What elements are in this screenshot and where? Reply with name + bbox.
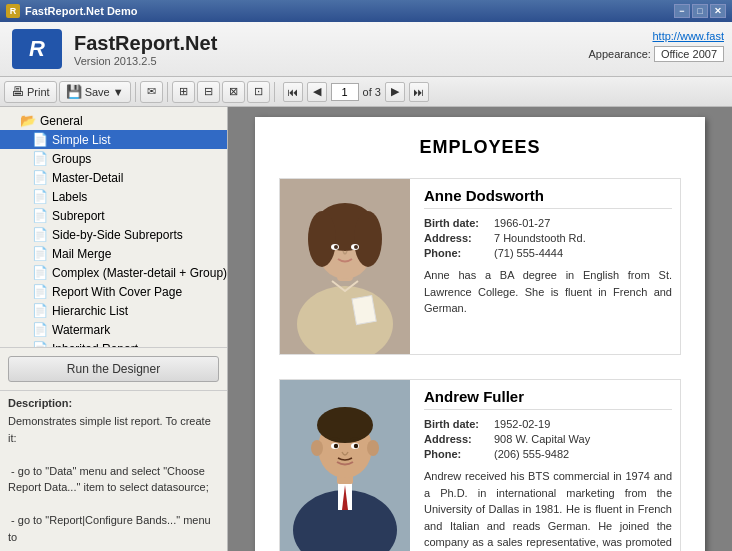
run-button-area: Run the Designer	[0, 347, 227, 390]
sidebar-item-label: Complex (Master-detail + Group)	[52, 266, 227, 280]
print-icon: 🖶	[11, 84, 24, 99]
print-button[interactable]: 🖶 Print	[4, 81, 57, 103]
doc-icon-9: 📄	[32, 284, 48, 299]
phone-value-2: (206) 555-9482	[494, 448, 569, 460]
report-content: EMPLOYEES	[228, 107, 732, 551]
svg-point-10	[354, 245, 358, 249]
svg-point-24	[354, 444, 358, 448]
employee-record-1: Anne Dodsworth Birth date: 1966-01-27 Ad…	[279, 178, 681, 355]
employee-photo-2	[280, 380, 410, 551]
toolbar-separator-1	[135, 82, 136, 102]
toolbar-separator-3	[274, 82, 275, 102]
sidebar-item-label: Groups	[52, 152, 91, 166]
last-page-button[interactable]: ⏭	[409, 82, 429, 102]
sidebar-item-sidebyside[interactable]: 📄 Side-by-Side Subreports	[0, 225, 227, 244]
main-layout: 📂 General 📄 Simple List 📄 Groups 📄 Maste…	[0, 107, 732, 551]
sidebar-item-cover[interactable]: 📄 Report With Cover Page	[0, 282, 227, 301]
sidebar-item-label: Watermark	[52, 323, 110, 337]
report-page: EMPLOYEES	[255, 117, 705, 551]
print-label: Print	[27, 86, 50, 98]
doc-icon-4: 📄	[32, 189, 48, 204]
sidebar-item-label: Hierarchic List	[52, 304, 128, 318]
sidebar-general-label: General	[40, 114, 83, 128]
sidebar-item-label: Report With Cover Page	[52, 285, 182, 299]
prev-page-button[interactable]: ◀	[307, 82, 327, 102]
sidebar-item-label: Subreport	[52, 209, 105, 223]
birthdate-label-2: Birth date:	[424, 418, 494, 430]
window-controls: − □ ✕	[674, 4, 726, 18]
email-button[interactable]: ✉	[140, 81, 163, 103]
appearance-row: Appearance: Office 2007	[588, 46, 724, 62]
sidebar-item-label: Simple List	[52, 133, 111, 147]
phone-label-1: Phone:	[424, 247, 494, 259]
icon3: ⊞	[179, 85, 188, 98]
doc-icon-7: 📄	[32, 246, 48, 261]
emp-address-row-1: Address: 7 Houndstooth Rd.	[424, 232, 672, 244]
sidebar-item-mail-merge[interactable]: 📄 Mail Merge	[0, 244, 227, 263]
icon5: ⊠	[229, 85, 238, 98]
report-title: EMPLOYEES	[279, 137, 681, 158]
sidebar-item-watermark[interactable]: 📄 Watermark	[0, 320, 227, 339]
toolbar-separator-2	[167, 82, 168, 102]
birthdate-value-2: 1952-02-19	[494, 418, 550, 430]
description-text: Demonstrates simple list report. To crea…	[8, 413, 219, 545]
icon6: ⊡	[254, 85, 263, 98]
svg-point-9	[334, 245, 338, 249]
sidebar-item-label: Side-by-Side Subreports	[52, 228, 183, 242]
toolbar-btn-4[interactable]: ⊟	[197, 81, 220, 103]
doc-icon-11: 📄	[32, 322, 48, 337]
address-label-1: Address:	[424, 232, 494, 244]
toolbar-btn-3[interactable]: ⊞	[172, 81, 195, 103]
phone-value-1: (71) 555-4444	[494, 247, 563, 259]
employee-name-1: Anne Dodsworth	[424, 187, 672, 209]
sidebar-item-complex[interactable]: 📄 Complex (Master-detail + Group)	[0, 263, 227, 282]
doc-icon-10: 📄	[32, 303, 48, 318]
sidebar-item-general[interactable]: 📂 General	[0, 111, 227, 130]
minimize-button[interactable]: −	[674, 4, 690, 18]
sidebar-item-label: Labels	[52, 190, 87, 204]
svg-point-18	[317, 407, 373, 443]
toolbar-btn-5[interactable]: ⊠	[222, 81, 245, 103]
maximize-button[interactable]: □	[692, 4, 708, 18]
email-icon: ✉	[147, 85, 156, 98]
title-bar: R FastReport.Net Demo − □ ✕	[0, 0, 732, 22]
svg-rect-11	[352, 296, 376, 325]
svg-point-19	[311, 440, 323, 456]
doc-icon-1: 📄	[32, 132, 48, 147]
sidebar-item-hierarchic[interactable]: 📄 Hierarchic List	[0, 301, 227, 320]
run-designer-button[interactable]: Run the Designer	[8, 356, 219, 382]
address-value-2: 908 W. Capital Way	[494, 433, 590, 445]
page-total: of 3	[363, 86, 381, 98]
sidebar-item-label: Master-Detail	[52, 171, 123, 185]
doc-icon-8: 📄	[32, 265, 48, 280]
emp-phone-row-1: Phone: (71) 555-4444	[424, 247, 672, 259]
employee-record-2: Andrew Fuller Birth date: 1952-02-19 Add…	[279, 379, 681, 551]
app-info: FastReport.Net Version 2013.2.5	[74, 32, 217, 67]
emp-birthdate-row-1: Birth date: 1966-01-27	[424, 217, 672, 229]
emp-phone-row-2: Phone: (206) 555-9482	[424, 448, 672, 460]
toolbar-btn-6[interactable]: ⊡	[247, 81, 270, 103]
page-number-input[interactable]	[331, 83, 359, 101]
sidebar-item-groups[interactable]: 📄 Groups	[0, 149, 227, 168]
appearance-value[interactable]: Office 2007	[654, 46, 724, 62]
app-version: Version 2013.2.5	[74, 55, 217, 67]
emp-address-row-2: Address: 908 W. Capital Way	[424, 433, 672, 445]
sidebar-item-master-detail[interactable]: 📄 Master-Detail	[0, 168, 227, 187]
save-button[interactable]: 💾 Save ▼	[59, 81, 131, 103]
icon4: ⊟	[204, 85, 213, 98]
employee-info-1: Anne Dodsworth Birth date: 1966-01-27 Ad…	[424, 179, 680, 354]
next-page-button[interactable]: ▶	[385, 82, 405, 102]
report-toolbar: 🖶 Print 💾 Save ▼ ✉ ⊞ ⊟ ⊠ ⊡ ⏮ ◀ of 3 ▶ ⏭	[0, 77, 732, 107]
close-button[interactable]: ✕	[710, 4, 726, 18]
svg-point-20	[367, 440, 379, 456]
sidebar-item-labels[interactable]: 📄 Labels	[0, 187, 227, 206]
sidebar-item-inherited[interactable]: 📄 Inherited Report	[0, 339, 227, 347]
svg-point-6	[354, 211, 382, 267]
sidebar-item-subreport[interactable]: 📄 Subreport	[0, 206, 227, 225]
first-page-button[interactable]: ⏮	[283, 82, 303, 102]
sidebar-item-simple-list[interactable]: 📄 Simple List	[0, 130, 227, 149]
doc-icon-2: 📄	[32, 151, 48, 166]
website-link[interactable]: http://www.fast	[588, 30, 724, 42]
birthdate-value-1: 1966-01-27	[494, 217, 550, 229]
header-right: http://www.fast Appearance: Office 2007	[588, 30, 724, 62]
